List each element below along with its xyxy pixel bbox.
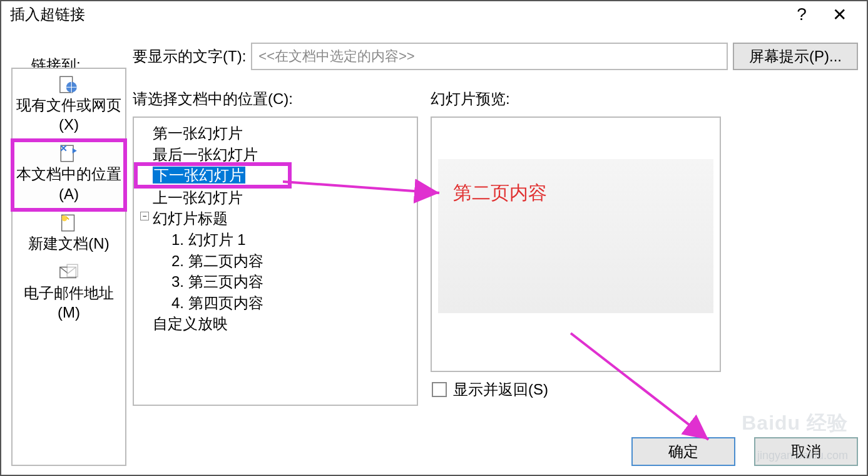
- sidebar-item-email[interactable]: 电子邮件地址(M): [13, 259, 125, 328]
- watermark: Baidu 经验: [742, 410, 848, 437]
- titlebar: 插入超链接 ? ✕: [1, 1, 867, 28]
- slide-preview: [431, 116, 721, 372]
- help-button[interactable]: ?: [783, 4, 820, 24]
- tree-item-last-slide[interactable]: 最后一张幻灯片: [136, 144, 414, 165]
- tree-item-slide[interactable]: 2. 第二页内容: [136, 251, 414, 272]
- email-icon: [58, 263, 79, 282]
- sidebar-item-existing-file[interactable]: 现有文件或网页(X): [13, 69, 125, 140]
- preview-column: 幻灯片预览: 显示并返回(S): [431, 89, 721, 466]
- tree-label: 请选择文档中的位置(C):: [133, 89, 418, 109]
- screentip-button[interactable]: 屏幕提示(P)...: [733, 43, 858, 70]
- tree-item-slide[interactable]: 4. 第四页内容: [136, 292, 414, 314]
- tree-item-first-slide[interactable]: 第一张幻灯片: [136, 123, 414, 144]
- tree-item-slide[interactable]: 3. 第三页内容: [136, 271, 414, 292]
- sidebar-item-new-document[interactable]: 新建文档(N): [13, 210, 125, 259]
- display-text-row: 要显示的文字(T): <<在文档中选定的内容>> 屏幕提示(P)...: [133, 43, 858, 70]
- tree-item-slide[interactable]: 1. 幻灯片 1: [136, 229, 414, 251]
- dialog-title: 插入超链接: [10, 4, 783, 24]
- show-return-row[interactable]: 显示并返回(S): [432, 380, 721, 400]
- display-text-label: 要显示的文字(T):: [133, 46, 246, 66]
- linkto-sidebar: 现有文件或网页(X) 本文档中的位置(A) 新建文档(N) 电子邮件地址(M): [11, 68, 126, 466]
- sidebar-item-label: 新建文档(N): [28, 234, 109, 253]
- globe-page-icon: [58, 75, 79, 94]
- display-text-input[interactable]: <<在文档中选定的内容>>: [251, 43, 728, 70]
- tree-item-slide-titles[interactable]: −幻灯片标题: [136, 208, 414, 229]
- location-tree[interactable]: 第一张幻灯片 最后一张幻灯片 下一张幻灯片 上一张幻灯片 −幻灯片标题 1. 幻…: [133, 116, 418, 406]
- dialog-body: 现有文件或网页(X) 本文档中的位置(A) 新建文档(N) 电子邮件地址(M): [1, 28, 867, 475]
- new-document-icon: [58, 214, 79, 232]
- tree-column: 请选择文档中的位置(C): 第一张幻灯片 最后一张幻灯片 下一张幻灯片 上一张幻…: [133, 89, 418, 466]
- sidebar-item-label: 电子邮件地址(M): [15, 283, 123, 322]
- sidebar-item-label: 现有文件或网页(X): [15, 95, 123, 134]
- svg-rect-6: [67, 264, 78, 277]
- sidebar-item-this-document[interactable]: 本文档中的位置(A): [13, 140, 125, 209]
- show-return-label: 显示并返回(S): [453, 380, 548, 400]
- close-button[interactable]: ✕: [820, 4, 858, 25]
- right-panel: 要显示的文字(T): <<在文档中选定的内容>> 屏幕提示(P)... 请选择文…: [133, 43, 858, 466]
- annotation-text: 第二页内容: [453, 180, 547, 206]
- collapse-icon[interactable]: −: [140, 212, 149, 220]
- tree-item-prev-slide[interactable]: 上一张幻灯片: [136, 187, 414, 209]
- ok-button[interactable]: 确定: [631, 437, 735, 466]
- document-location-icon: [58, 144, 79, 163]
- tree-item-custom-show[interactable]: 自定义放映: [136, 313, 414, 334]
- tree-item-next-slide[interactable]: 下一张幻灯片: [136, 165, 289, 186]
- show-return-checkbox[interactable]: [432, 382, 447, 397]
- watermark-url: jingyan.baidu.com: [757, 449, 848, 462]
- insert-hyperlink-dialog: 插入超链接 ? ✕ 链接到: 现有文件或网页(X) 本文档中的位置(A): [0, 0, 868, 476]
- sidebar-item-label: 本文档中的位置(A): [15, 164, 123, 203]
- preview-label: 幻灯片预览:: [431, 89, 721, 109]
